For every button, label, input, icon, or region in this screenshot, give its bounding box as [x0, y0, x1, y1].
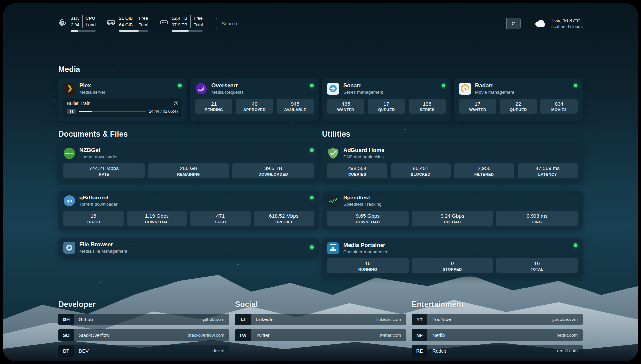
status-dot	[574, 243, 577, 247]
section-media: Media Plex Media server	[58, 65, 583, 121]
app-name: File Browser	[79, 241, 127, 248]
gear-icon[interactable]	[173, 100, 179, 106]
app-card-sonarr[interactable]: Sonarr Series management 485 WANTED 17 Q…	[322, 78, 451, 121]
disk-free-label: Free	[194, 15, 203, 22]
app-subtitle: Speedtest Tracking	[343, 202, 382, 207]
cloud-icon	[534, 18, 547, 28]
now-playing-panel: Bullet Train	[63, 98, 182, 117]
cpu-load-value: 2.94	[71, 22, 79, 28]
app-name: Sonarr	[343, 82, 383, 89]
section-title-entertainment: Entertainment	[412, 300, 583, 309]
ram-free-label: Free	[139, 15, 148, 22]
top-bar: 31% 2.94 CPU Load	[58, 13, 583, 34]
bookmark-youtube[interactable]: YT YouTube youtube.com	[412, 314, 583, 325]
app-subtitle: Usenet downloader	[79, 154, 118, 159]
search-input[interactable]	[216, 18, 506, 29]
app-subtitle: Movie management	[475, 90, 514, 95]
sonarr-icon	[327, 83, 339, 95]
app-name: AdGuard Home	[343, 147, 384, 154]
disk-usage-bar	[172, 30, 203, 32]
overseerr-icon	[195, 83, 207, 95]
ram-total-value: 64 GiB	[119, 22, 133, 28]
playback-progress-bar[interactable]	[79, 111, 146, 112]
disk-total-value: 97.9 TB	[172, 22, 187, 28]
section-title-utilities: Utilities	[322, 130, 583, 138]
status-dot	[310, 148, 314, 152]
section-developer: Developer GH Github github.com SO StackO…	[58, 300, 229, 361]
disk-icon	[160, 18, 168, 27]
stat-total: 16 TOTAL	[496, 258, 578, 273]
disk-free-value: 52.4 TB	[172, 15, 187, 22]
stat-wanted: 485 WANTED	[327, 99, 364, 114]
bookmark-reddit[interactable]: RE Reddit reddit.com	[412, 345, 583, 357]
weather-widget: Lviv, 16.87°C scattered clouds	[534, 18, 583, 29]
netflix-icon: NF	[412, 329, 427, 341]
stat-download: 1.19 Gbps DOWNLOAD	[127, 211, 187, 226]
dashboard-screen: 31% 2.94 CPU Load	[3, 3, 638, 361]
cpu-usage-bar	[71, 30, 96, 32]
bookmark-twitter[interactable]: TW Twitter twitter.com	[235, 329, 406, 341]
app-subtitle: Media File Management	[79, 249, 127, 254]
ram-free-value: 21 GiB	[119, 15, 133, 22]
stat-running: 16 RUNNING	[327, 258, 409, 273]
radarr-icon	[459, 83, 471, 95]
nzbget-icon: nzbget	[63, 147, 75, 159]
linkedin-icon: LI	[235, 314, 251, 325]
app-name: NZBGet	[79, 147, 118, 154]
app-card-filebrowser[interactable]: File Browser Media File Management	[58, 238, 319, 257]
app-name: Overseerr	[211, 82, 244, 89]
status-dot	[178, 84, 182, 87]
stat-queries: 498,564 QUERIES	[327, 163, 387, 178]
stat-queued: 17 QUEUED	[368, 99, 405, 114]
app-card-portainer[interactable]: Media Portainer Container management 16 …	[322, 238, 583, 277]
section-title-developer: Developer	[58, 300, 229, 309]
app-card-speedtest[interactable]: Speedtest Speedtest Tracking 9.65 Gbps D…	[322, 191, 583, 230]
bookmark-linkedin[interactable]: LI LinkedIn linkedin.com	[235, 314, 406, 325]
stat-filtered: 2,956 FILTERED	[454, 163, 514, 178]
app-card-overseerr[interactable]: Overseerr Media Requests 21 PENDING 40 A…	[190, 78, 319, 121]
app-card-qbittorrent[interactable]: qb qBittorrent Torrent downloader 16 LEE…	[58, 191, 319, 230]
pause-button[interactable]	[67, 109, 76, 114]
filebrowser-icon	[63, 242, 75, 254]
stat-ping: 0.993 ms PING	[496, 211, 578, 226]
status-dot	[310, 84, 314, 87]
youtube-icon: YT	[412, 314, 427, 325]
bookmark-dev[interactable]: DT DEV dev.to	[58, 345, 229, 357]
disk-total-label: Total	[194, 22, 203, 28]
app-card-radarr[interactable]: Radarr Movie management 17 WANTED 22 QUE…	[454, 78, 583, 121]
stat-blocked: 86,401 BLOCKED	[391, 163, 451, 178]
speedtest-icon	[327, 195, 339, 207]
plex-icon	[63, 83, 75, 95]
stat-movies: 834 MOVIES	[540, 99, 578, 114]
disk-metric: 52.4 TB 97.9 TB Free Total	[160, 15, 203, 31]
twitter-icon: TW	[235, 329, 251, 341]
stat-series: 196 SERIES	[409, 99, 446, 114]
stat-approved: 40 APPROVED	[236, 99, 273, 114]
svg-text:qb: qb	[66, 198, 72, 203]
weather-condition: scattered clouds	[551, 24, 583, 29]
stat-rate: 744.21 Mbps RATE	[63, 163, 145, 178]
stat-available: 945 AVAILABLE	[277, 99, 314, 114]
bookmark-github[interactable]: GH Github github.com	[58, 314, 229, 325]
bookmark-netflix[interactable]: NF Netflix netflix.com	[412, 329, 583, 341]
app-card-adguard[interactable]: AdGuard Home DNS and adblocking 498,564 …	[322, 143, 583, 182]
stat-leech: 16 LEECH	[63, 211, 124, 226]
search-engine-button[interactable]: G	[506, 18, 520, 29]
section-social: Social LI LinkedIn linkedin.com TW Twitt…	[235, 300, 406, 361]
ram-icon	[107, 18, 115, 27]
stat-downloaded: 39.6 TB DOWNLOADED	[232, 163, 314, 178]
app-card-plex[interactable]: Plex Media server Bullet Train	[58, 78, 187, 121]
status-dot	[310, 196, 314, 199]
stat-upload: 618.52 Mbps UPLOAD	[254, 211, 314, 226]
bookmark-stackoverflow[interactable]: SO StackOverflow stackoverflow.com	[58, 329, 229, 341]
app-card-nzbget[interactable]: nzbget NZBGet Usenet downloader 744.21 M…	[58, 143, 319, 182]
app-name: Media Portainer	[343, 242, 390, 249]
section-utilities: Utilities AdGuard Home	[322, 130, 583, 286]
svg-text:nzbget: nzbget	[65, 152, 74, 155]
section-title-documents: Documents & Files	[58, 130, 319, 138]
ram-total-label: Total	[139, 22, 148, 28]
ram-metric: 21 GiB 64 GiB Free Total	[107, 15, 148, 31]
qbittorrent-icon: qb	[63, 195, 75, 207]
github-icon: GH	[58, 314, 74, 325]
portainer-icon	[327, 242, 339, 254]
